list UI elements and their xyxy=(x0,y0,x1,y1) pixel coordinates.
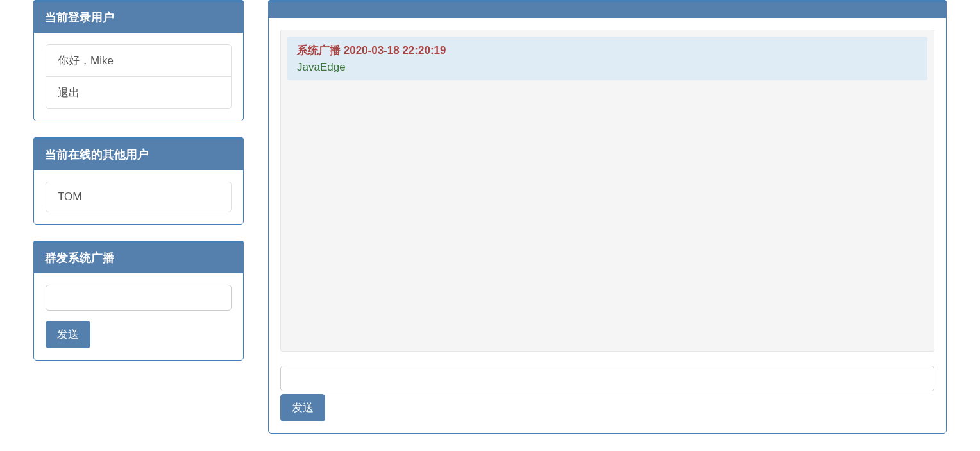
chat-message-header: 系统广播 2020-03-18 22:20:19 xyxy=(297,43,918,58)
sidebar: 当前登录用户 你好，Mike 退出 当前在线的其他用户 TOM 群发系统广播 发… xyxy=(33,0,244,434)
chat-panel: 系统广播 2020-03-18 22:20:19 JavaEdge 发送 xyxy=(268,0,947,434)
chat-send-button[interactable]: 发送 xyxy=(280,394,325,421)
broadcast-panel-title: 群发系统广播 xyxy=(33,241,244,273)
online-users-panel: 当前在线的其他用户 TOM xyxy=(33,137,244,225)
main-area: 系统广播 2020-03-18 22:20:19 JavaEdge 发送 xyxy=(268,0,947,434)
online-users-panel-title: 当前在线的其他用户 xyxy=(33,137,244,170)
online-user-item[interactable]: TOM xyxy=(46,182,231,212)
broadcast-input[interactable] xyxy=(46,285,232,311)
chat-input[interactable] xyxy=(280,366,934,391)
chat-messages-area: 系统广播 2020-03-18 22:20:19 JavaEdge xyxy=(280,30,934,352)
chat-message-body: JavaEdge xyxy=(297,61,918,74)
broadcast-panel: 群发系统广播 发送 xyxy=(33,241,244,361)
chat-message: 系统广播 2020-03-18 22:20:19 JavaEdge xyxy=(287,37,927,80)
chat-panel-header xyxy=(268,0,947,18)
current-user-panel: 当前登录用户 你好，Mike 退出 xyxy=(33,0,244,121)
user-greeting: 你好，Mike xyxy=(46,45,231,77)
current-user-panel-title: 当前登录用户 xyxy=(33,0,244,33)
broadcast-send-button[interactable]: 发送 xyxy=(46,321,90,348)
logout-link[interactable]: 退出 xyxy=(46,77,231,108)
